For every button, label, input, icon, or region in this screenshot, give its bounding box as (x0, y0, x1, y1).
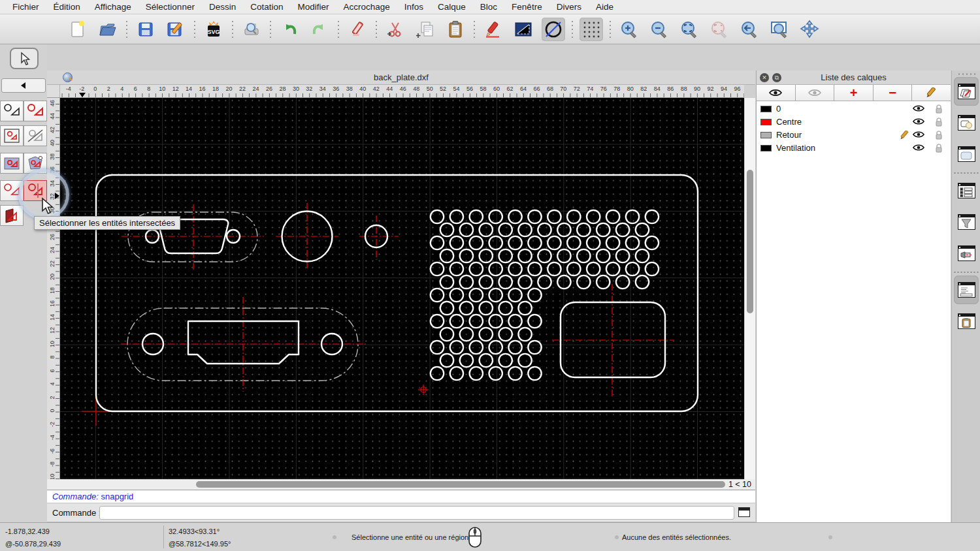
menu-item-bloc[interactable]: Bloc (473, 0, 504, 14)
ventilation-hole[interactable] (596, 276, 610, 289)
ventilation-hole[interactable] (616, 249, 629, 262)
zoom-previous-button[interactable] (738, 18, 761, 41)
show-all-layers-button[interactable] (757, 85, 796, 101)
ventilation-hole[interactable] (577, 249, 590, 262)
ventilation-hole[interactable] (547, 210, 561, 223)
select-intersected-button[interactable] (24, 180, 47, 201)
layer-visible-icon[interactable] (913, 118, 924, 125)
ventilation-hole[interactable] (518, 302, 531, 315)
ventilation-hole[interactable] (587, 262, 600, 276)
ventilation-hole[interactable] (499, 223, 512, 236)
ventilation-hole[interactable] (508, 262, 521, 276)
ventilation-hole[interactable] (508, 236, 521, 249)
menu-item-cotation[interactable]: Cotation (243, 0, 290, 14)
ventilation-hole[interactable] (489, 289, 502, 302)
layer-row[interactable]: Centre (757, 116, 951, 129)
plate-outline[interactable] (96, 175, 698, 411)
ventilation-hole[interactable] (626, 210, 639, 223)
drawing-canvas[interactable] (60, 98, 744, 479)
dimension-dock-button[interactable] (954, 239, 979, 268)
ventilation-hole[interactable] (431, 341, 444, 354)
new-document-button[interactable] (66, 18, 90, 41)
ventilation-hole[interactable] (567, 236, 580, 249)
redo-button[interactable] (308, 18, 331, 41)
ventilation-hole[interactable] (470, 289, 483, 302)
print-preview-button[interactable] (240, 18, 263, 41)
ventilation-hole[interactable] (499, 354, 512, 367)
ventilation-hole-grid[interactable] (431, 210, 659, 380)
layer-row[interactable]: Ventilation (757, 142, 951, 155)
menu-item-divers[interactable]: Divers (549, 0, 589, 14)
ventilation-hole[interactable] (460, 328, 473, 341)
menu-item-affichage[interactable]: Affichage (88, 0, 139, 14)
ventilation-hole[interactable] (480, 354, 493, 367)
menu-item-selectionner[interactable]: Sélectionner (139, 0, 202, 14)
ventilation-hole[interactable] (460, 302, 473, 315)
ventilation-hole[interactable] (440, 354, 453, 367)
ventilation-hole[interactable] (616, 276, 629, 289)
ventilation-hole[interactable] (470, 236, 483, 249)
horizontal-scrollbar[interactable]: 1 < 10 (47, 479, 755, 490)
lock-icon[interactable] (935, 144, 943, 153)
ventilation-hole[interactable] (547, 262, 561, 276)
select-polygon-button[interactable] (24, 153, 47, 174)
ventilation-hole[interactable] (480, 249, 493, 262)
ventilation-hole[interactable] (518, 354, 531, 367)
menu-item-calque[interactable]: Calque (431, 0, 473, 14)
ventilation-hole[interactable] (450, 236, 463, 249)
ventilation-hole[interactable] (557, 223, 570, 236)
ventilation-hole[interactable] (528, 262, 541, 276)
zoom-pan-button[interactable] (798, 18, 821, 41)
command-window-toggle-button[interactable] (738, 507, 750, 517)
ventilation-hole[interactable] (547, 236, 561, 249)
edit-layer-button[interactable] (912, 85, 951, 101)
lock-icon[interactable] (935, 104, 943, 114)
plate-entities[interactable] (96, 175, 698, 411)
ventilation-hole[interactable] (508, 341, 521, 354)
layer-row[interactable]: 0 (757, 102, 951, 116)
ventilation-hole[interactable] (508, 367, 521, 380)
ventilation-hole[interactable] (489, 341, 502, 354)
ventilation-hole[interactable] (587, 236, 600, 249)
ventilation-hole[interactable] (577, 223, 590, 236)
deselect-entity-button[interactable] (24, 125, 47, 146)
ventilation-hole[interactable] (440, 276, 453, 289)
ventilation-hole[interactable] (518, 223, 531, 236)
ventilation-hole[interactable] (431, 315, 444, 328)
ventilation-hole[interactable] (538, 276, 551, 289)
ventilation-hole[interactable] (528, 289, 541, 302)
document-proxy-icon[interactable] (63, 72, 73, 82)
ventilation-hole[interactable] (489, 315, 502, 328)
ventilation-hole[interactable] (518, 276, 531, 289)
open-file-button[interactable] (96, 18, 120, 41)
hide-all-layers-button[interactable] (796, 85, 835, 101)
tool-back-button[interactable] (1, 78, 46, 93)
zoom-window-button[interactable] (768, 18, 791, 41)
select-window-filled-button[interactable] (0, 153, 24, 174)
save-as-button[interactable] (164, 18, 188, 41)
library-browser-dock-button[interactable] (954, 140, 979, 168)
menu-item-edition[interactable]: Édition (46, 0, 88, 14)
clipboard-dock-button[interactable] (954, 307, 979, 336)
ventilation-hole[interactable] (440, 302, 453, 315)
ventilation-hole[interactable] (596, 249, 610, 262)
zoom-selection-button[interactable] (708, 18, 731, 41)
zoom-out-button[interactable] (647, 18, 671, 41)
ventilation-hole[interactable] (440, 223, 453, 236)
vertical-scrollbar-thumb[interactable] (747, 170, 753, 313)
command-input[interactable] (99, 506, 734, 520)
ventilation-hole[interactable] (567, 210, 580, 223)
menu-item-fenetre[interactable]: Fenêtre (504, 0, 549, 14)
ventilation-hole[interactable] (645, 210, 659, 223)
ventilation-hole[interactable] (431, 262, 444, 276)
lock-icon[interactable] (935, 131, 943, 140)
zoom-auto-button[interactable] (678, 18, 701, 41)
ventilation-hole[interactable] (518, 328, 531, 341)
ventilation-hole[interactable] (508, 289, 521, 302)
ventilation-hole[interactable] (450, 262, 463, 276)
filter-dock-button[interactable] (954, 208, 979, 236)
ventilation-hole[interactable] (499, 302, 512, 315)
layer-row[interactable]: Retour (757, 129, 951, 142)
ventilation-hole[interactable] (587, 210, 600, 223)
dock-grip[interactable] (957, 73, 975, 75)
